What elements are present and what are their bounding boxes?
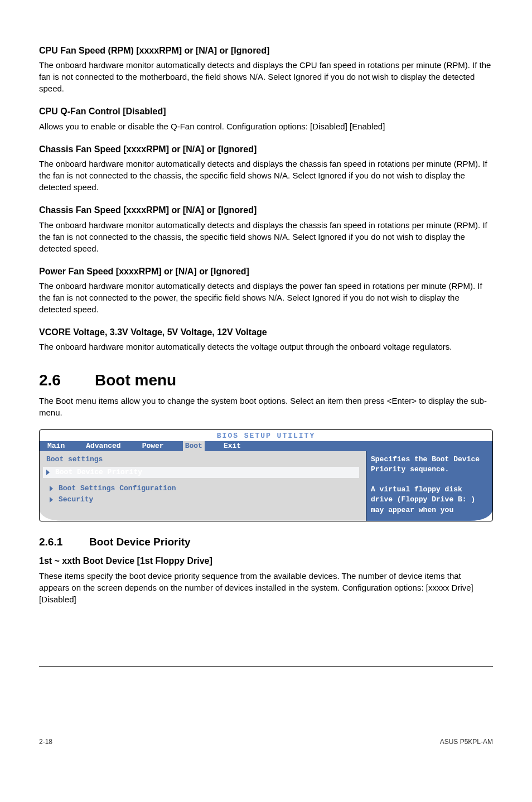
bios-item-boot-device-priority-label: Boot Device Priority	[55, 467, 142, 477]
bios-tabs: Main Advanced Power Boot Exit	[40, 441, 492, 451]
footer-page-num: 2-18	[39, 737, 52, 747]
text-power-fan: The onboard hardware monitor automatical…	[39, 280, 493, 315]
bios-item-security-label: Security	[59, 495, 93, 505]
text-first-boot-device: These items specify the boot device prio…	[39, 570, 493, 605]
footer-product: ASUS P5KPL-AM	[440, 737, 493, 747]
heading-boot-menu: 2.6Boot menu	[39, 369, 493, 391]
bios-tab-advanced[interactable]: Advanced	[84, 441, 123, 451]
heading-boot-device-priority: 2.6.1Boot Device Priority	[39, 535, 493, 550]
text-cpu-qfan: Allows you to enable or disable the Q-Fa…	[39, 120, 493, 132]
bios-panel: BIOS SETUP UTILITY Main Advanced Power B…	[39, 429, 493, 521]
bios-left-pane: Boot settings Boot Device Priority Boot …	[40, 451, 366, 521]
heading-first-boot-device: 1st ~ xxth Boot Device [1st Floppy Drive…	[39, 555, 493, 567]
heading-power-fan: Power Fan Speed [xxxxRPM] or [N/A] or [I…	[39, 265, 493, 278]
arrow-icon	[50, 486, 53, 491]
heading-cpu-fan-speed: CPU Fan Speed (RPM) [xxxxRPM] or [N/A] o…	[39, 45, 493, 57]
bios-item-security[interactable]: Security	[46, 495, 359, 505]
arrow-icon	[50, 497, 53, 503]
text-boot-menu: The Boot menu items allow you to change …	[39, 395, 493, 418]
heading-boot-device-priority-num: 2.6.1	[39, 535, 89, 550]
bios-item-boot-settings-config-label: Boot Settings Configuration	[59, 484, 176, 494]
text-chassis-fan-1: The onboard hardware monitor automatical…	[39, 158, 493, 193]
heading-boot-device-priority-title: Boot Device Priority	[89, 536, 191, 548]
heading-chassis-fan-2: Chassis Fan Speed [xxxxRPM] or [N/A] or …	[39, 204, 493, 216]
heading-chassis-fan-1: Chassis Fan Speed [xxxxRPM] or [N/A] or …	[39, 143, 493, 156]
heading-boot-menu-title: Boot menu	[95, 371, 176, 389]
page-footer: 2-18 ASUS P5KPL-AM	[39, 734, 493, 747]
bios-tab-exit[interactable]: Exit	[221, 441, 243, 451]
bios-settings-heading: Boot settings	[46, 455, 359, 465]
text-vcore: The onboard hardware monitor automatical…	[39, 341, 493, 352]
bios-item-boot-settings-config[interactable]: Boot Settings Configuration	[46, 484, 359, 494]
bios-tab-main[interactable]: Main	[45, 441, 67, 451]
text-cpu-fan-speed: The onboard hardware monitor automatical…	[39, 59, 493, 94]
bios-title: BIOS SETUP UTILITY	[40, 430, 492, 441]
heading-boot-menu-num: 2.6	[39, 369, 95, 391]
heading-cpu-qfan: CPU Q-Fan Control [Disabled]	[39, 105, 493, 118]
heading-vcore: VCORE Voltage, 3.3V Voltage, 5V Voltage,…	[39, 326, 493, 339]
bios-tab-power[interactable]: Power	[140, 441, 166, 451]
bios-item-boot-device-priority[interactable]: Boot Device Priority	[43, 467, 359, 478]
text-chassis-fan-2: The onboard hardware monitor automatical…	[39, 219, 493, 254]
bios-tab-boot[interactable]: Boot	[183, 441, 205, 451]
arrow-icon	[46, 470, 50, 475]
bios-help-pane: Specifies the Boot Device Priority seque…	[366, 451, 492, 521]
